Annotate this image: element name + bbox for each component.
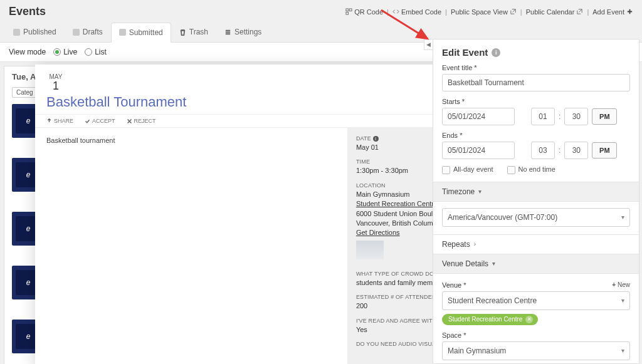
tab-submitted-label: Submitted	[129, 28, 163, 37]
check-icon	[85, 118, 90, 124]
svg-rect-2	[346, 12, 349, 14]
chevron-right-icon: ›	[474, 241, 476, 247]
timezone-select[interactable]: America/Vancouver (GMT-07:00)▾	[442, 208, 630, 227]
trash-icon	[179, 29, 186, 36]
qr-code-label: QR Code	[354, 8, 383, 16]
tab-drafts-label: Drafts	[83, 28, 103, 36]
external-icon	[510, 8, 517, 15]
venue-link[interactable]: Student Recreation Centre	[356, 200, 438, 207]
start-hour-input[interactable]	[531, 108, 555, 125]
public-space-link[interactable]: Public Space View	[451, 8, 517, 16]
venue-select[interactable]: Student Recreation Centre▾	[442, 291, 630, 310]
reject-button[interactable]: REJECT	[127, 118, 156, 124]
info-icon[interactable]: i	[492, 48, 500, 57]
page-title: Events	[9, 5, 46, 18]
edit-event-panel: Edit Eventi Event title Starts : PM Ends…	[433, 39, 639, 364]
public-calendar-link[interactable]: Public Calendar	[526, 8, 584, 16]
start-minute-input[interactable]	[564, 108, 588, 125]
venue-thumbnail	[356, 241, 384, 259]
panel-collapse-button[interactable]: ◀	[424, 39, 433, 50]
directions-link[interactable]: Get Directions	[356, 229, 400, 236]
start-ampm-toggle[interactable]: PM	[592, 108, 617, 125]
viewmode-list[interactable]: List	[85, 48, 107, 56]
chevron-down-icon: ▾	[492, 260, 495, 267]
end-minute-input[interactable]	[564, 142, 588, 159]
chevron-down-icon: ▾	[621, 347, 624, 354]
event-description: Basketball tournament	[46, 137, 336, 144]
tab-settings-label: Settings	[234, 28, 261, 36]
external-icon	[576, 8, 583, 15]
plus-icon	[626, 8, 633, 15]
timezone-section[interactable]: Timezone▾	[433, 182, 639, 202]
end-date-input[interactable]	[442, 142, 515, 159]
embed-code-link[interactable]: Embed Code	[392, 8, 441, 16]
qr-code-link[interactable]: QR Code	[345, 8, 383, 16]
add-event-label: Add Event	[592, 8, 624, 16]
viewmode-list-label: List	[95, 48, 107, 56]
radio-off-icon	[85, 48, 92, 56]
info-icon: i	[373, 136, 379, 142]
share-button[interactable]: SHARE	[46, 118, 73, 124]
tab-published-label: Published	[23, 28, 56, 36]
ends-label: Ends	[442, 132, 630, 139]
remove-tag-button[interactable]: ✕	[525, 316, 533, 323]
start-date-input[interactable]	[442, 108, 515, 125]
svg-rect-1	[350, 9, 352, 11]
qr-icon	[345, 8, 352, 15]
checkbox-icon	[442, 166, 450, 174]
chevron-down-icon: ▾	[621, 297, 624, 304]
inbox-icon	[119, 29, 126, 36]
tab-drafts[interactable]: Drafts	[65, 22, 111, 42]
category-button[interactable]: Categ	[12, 87, 38, 98]
accept-button[interactable]: ACCEPT	[85, 118, 115, 124]
viewmode-live[interactable]: Live	[53, 48, 77, 56]
venue-tag: Student Recreation Centre✕	[442, 314, 538, 325]
event-title-input[interactable]	[442, 74, 630, 91]
check-icon	[13, 29, 20, 36]
modal-day: 1	[46, 80, 65, 91]
end-ampm-toggle[interactable]: PM	[592, 142, 617, 159]
viewmode-live-label: Live	[63, 48, 77, 56]
svg-rect-0	[346, 9, 349, 11]
venue-label: Venue	[442, 281, 466, 289]
modal-date-block: MAY 1	[46, 73, 65, 91]
viewmode-label: View mode	[9, 48, 46, 56]
space-select[interactable]: Main Gymnasium▾	[442, 341, 630, 360]
space-label: Space	[442, 331, 630, 339]
public-calendar-label: Public Calendar	[526, 8, 575, 16]
code-icon	[392, 8, 399, 15]
event-title-label: Event title	[442, 64, 630, 71]
chevron-down-icon: ▾	[621, 214, 624, 221]
panel-title: Edit Eventi	[442, 47, 630, 58]
checkbox-icon	[507, 166, 515, 174]
venue-details-section[interactable]: Venue Details▾	[433, 254, 639, 274]
tab-published[interactable]: Published	[5, 22, 65, 42]
embed-code-label: Embed Code	[401, 8, 441, 16]
add-event-link[interactable]: Add Event	[592, 8, 633, 16]
x-icon	[127, 118, 132, 124]
draft-icon	[73, 29, 80, 36]
public-space-label: Public Space View	[451, 8, 508, 16]
tab-settings[interactable]: Settings	[216, 22, 270, 42]
tab-trash[interactable]: Trash	[171, 22, 216, 42]
starts-label: Starts	[442, 98, 630, 105]
tab-trash-label: Trash	[189, 28, 208, 36]
header-links: QR Code | Embed Code | Public Space View…	[345, 8, 633, 16]
share-icon	[46, 118, 52, 124]
repeats-section[interactable]: Repeats›	[433, 234, 639, 254]
end-hour-input[interactable]	[531, 142, 555, 159]
allday-checkbox[interactable]: All-day event	[442, 165, 493, 174]
chevron-down-icon: ▾	[478, 188, 482, 195]
radio-on-icon	[53, 48, 61, 56]
tab-submitted[interactable]: Submitted	[111, 23, 171, 43]
new-venue-button[interactable]: + New	[612, 281, 630, 288]
sliders-icon	[224, 29, 231, 36]
noend-checkbox[interactable]: No end time	[507, 165, 555, 174]
